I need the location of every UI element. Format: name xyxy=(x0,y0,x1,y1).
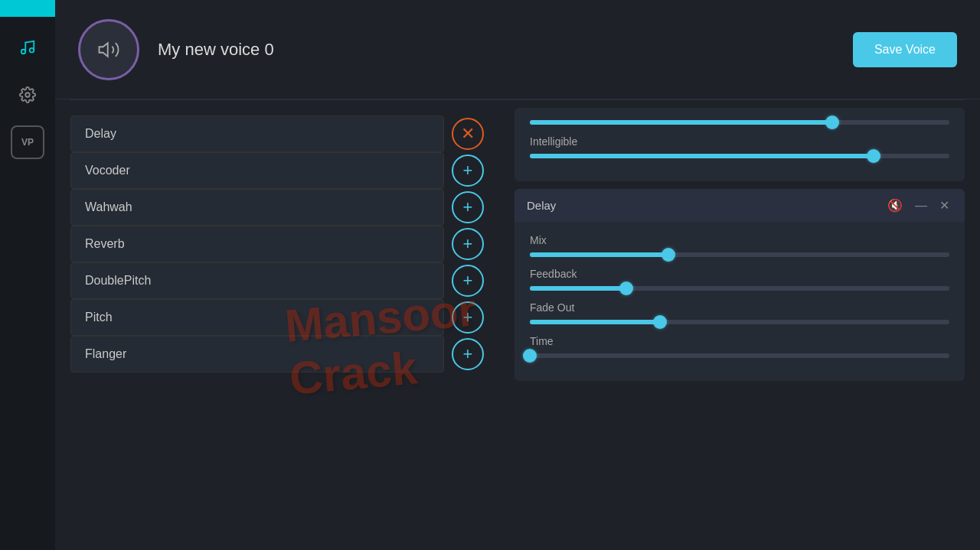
effect-row-pitch: Pitch+ xyxy=(70,299,484,336)
delay-panel: Delay 🔇 — ✕ MixFeedbackFade OutTime xyxy=(514,189,965,381)
slider-fill-1 xyxy=(530,120,832,125)
save-voice-button[interactable]: Save Voice xyxy=(853,32,957,67)
effect-row-doublepitch: DoublePitch+ xyxy=(70,262,484,299)
slider-thumb-intelligible[interactable] xyxy=(867,149,880,163)
effect-row-vocoder: Vocoder+ xyxy=(70,152,484,189)
delay-slider-label-time: Time xyxy=(530,335,949,347)
delay-panel-controls: 🔇 — ✕ xyxy=(884,197,952,214)
vocoder-panel: Intelligible xyxy=(514,108,965,181)
right-panel: Intelligible Delay 🔇 — ✕ xyxy=(499,100,980,550)
delay-minimize-button[interactable]: — xyxy=(912,197,930,214)
delay-slider-row-mix: Mix xyxy=(530,234,949,257)
effect-btn-doublepitch[interactable]: + xyxy=(452,265,484,297)
effect-name-vocoder[interactable]: Vocoder xyxy=(70,152,444,189)
delay-slider-track-fade_out[interactable] xyxy=(530,320,949,324)
delay-slider-row-fade_out: Fade Out xyxy=(530,301,949,324)
slider-track-1[interactable] xyxy=(530,120,949,125)
sidebar-item-vp[interactable]: VP xyxy=(11,125,44,159)
svg-point-1 xyxy=(30,48,34,52)
effect-row-flanger: Flanger+ xyxy=(70,336,484,373)
effect-name-wahwah[interactable]: Wahwah xyxy=(70,189,444,226)
delay-slider-thumb-time[interactable] xyxy=(523,349,537,363)
delay-panel-title: Delay xyxy=(527,199,878,212)
delay-slider-label-feedback: Feedback xyxy=(530,268,949,280)
delay-mute-button[interactable]: 🔇 xyxy=(884,197,906,214)
delay-sliders: MixFeedbackFade OutTime xyxy=(530,234,949,358)
delay-slider-label-fade_out: Fade Out xyxy=(530,301,949,314)
delay-slider-row-feedback: Feedback xyxy=(530,268,949,291)
delay-close-button[interactable]: ✕ xyxy=(936,197,952,214)
avatar-inner xyxy=(84,25,133,74)
svg-marker-3 xyxy=(100,43,108,57)
voice-name: My new voice 0 xyxy=(158,40,274,60)
delay-panel-body: MixFeedbackFade OutTime xyxy=(514,222,965,381)
effect-row-delay: Delay✕ xyxy=(70,116,484,152)
svg-point-0 xyxy=(21,50,26,54)
sidebar-item-settings[interactable] xyxy=(11,78,44,112)
delay-slider-track-time[interactable] xyxy=(530,353,949,358)
delay-panel-header: Delay 🔇 — ✕ xyxy=(514,189,965,222)
slider-label-intelligible: Intelligible xyxy=(530,135,949,148)
vp-label: VP xyxy=(21,137,34,148)
effect-name-reverb[interactable]: Reverb xyxy=(70,226,444,262)
content-area: Delay✕Vocoder+Wahwah+Reverb+DoublePitch+… xyxy=(55,100,980,550)
effect-btn-reverb[interactable]: + xyxy=(452,228,484,260)
effects-panel: Delay✕Vocoder+Wahwah+Reverb+DoublePitch+… xyxy=(55,100,499,550)
effect-name-delay[interactable]: Delay xyxy=(70,116,444,152)
effect-btn-pitch[interactable]: + xyxy=(452,301,484,334)
delay-slider-track-mix[interactable] xyxy=(530,252,949,257)
effect-row-wahwah: Wahwah+ xyxy=(70,189,484,226)
delay-slider-row-time: Time xyxy=(530,335,949,358)
main-content: My new voice 0 Save Voice Delay✕Vocoder+… xyxy=(55,0,980,550)
slider-row-1 xyxy=(530,120,949,125)
effect-name-doublepitch[interactable]: DoublePitch xyxy=(70,262,444,299)
delay-slider-thumb-feedback[interactable] xyxy=(619,282,633,295)
header: My new voice 0 Save Voice xyxy=(55,0,980,99)
svg-point-2 xyxy=(25,93,30,97)
effect-btn-flanger[interactable]: + xyxy=(452,338,484,370)
effect-btn-wahwah[interactable]: + xyxy=(452,191,484,223)
effect-btn-vocoder[interactable]: + xyxy=(452,155,484,187)
sidebar-item-music[interactable] xyxy=(11,31,44,64)
sidebar: VP xyxy=(0,0,55,550)
effect-name-flanger[interactable]: Flanger xyxy=(70,336,444,373)
slider-row-intelligible: Intelligible xyxy=(530,135,949,158)
slider-fill-intelligible xyxy=(530,154,874,158)
effects-list: Delay✕Vocoder+Wahwah+Reverb+DoublePitch+… xyxy=(70,116,484,373)
sidebar-top-bar xyxy=(0,0,55,17)
avatar xyxy=(78,19,139,80)
effect-btn-delay[interactable]: ✕ xyxy=(452,118,484,150)
delay-slider-track-feedback[interactable] xyxy=(530,286,949,291)
effect-row-reverb: Reverb+ xyxy=(70,226,484,262)
delay-slider-thumb-mix[interactable] xyxy=(662,248,675,262)
delay-slider-fill-fade_out xyxy=(530,320,660,324)
delay-slider-label-mix: Mix xyxy=(530,234,949,246)
effect-name-pitch[interactable]: Pitch xyxy=(70,299,444,336)
delay-slider-fill-feedback xyxy=(530,286,626,291)
slider-thumb-1[interactable] xyxy=(825,116,839,129)
slider-track-intelligible[interactable] xyxy=(530,154,949,158)
delay-slider-fill-mix xyxy=(530,252,668,257)
delay-slider-thumb-fade_out[interactable] xyxy=(653,315,667,329)
